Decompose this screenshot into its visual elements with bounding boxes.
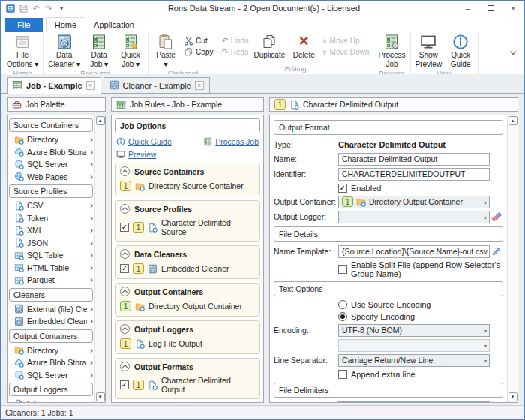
palette-item-azure-blob-storage-output[interactable]: Azure Blob Storage <box>9 356 94 369</box>
process-job-link[interactable]: Process Job <box>203 137 259 146</box>
app-logo-icon <box>5 3 16 14</box>
collapse-icon[interactable] <box>120 286 130 296</box>
redo-icon[interactable] <box>44 3 54 14</box>
move-up-button[interactable]: Move Up <box>320 35 370 46</box>
show-preview-button[interactable]: Show Preview <box>413 33 445 68</box>
name-template-input[interactable]: {Source.Location}\{Source.Name}-out.csv <box>338 245 490 258</box>
paste-button[interactable]: Paste ▾ <box>151 33 181 68</box>
name-input[interactable]: Character Delimited Output <box>338 153 490 166</box>
palette-item-file-logger[interactable]: File <box>9 398 94 402</box>
identifier-input[interactable]: CHARACTERDELIMITEDOUTPUT <box>338 168 490 181</box>
split-file-checkbox[interactable] <box>338 265 347 274</box>
save-icon[interactable] <box>18 3 28 14</box>
palette-item-json[interactable]: JSON <box>9 237 94 250</box>
card-row-directory-output-container[interactable]: 1 Directory Output Container <box>120 301 255 311</box>
data-cleaner-button[interactable]: Data Cleaner ▾ <box>46 33 82 68</box>
palette-item-parquet[interactable]: Parquet <box>9 274 94 286</box>
palette-section-source-profiles[interactable]: Source Profiles <box>9 184 93 198</box>
palette-item-directory-output[interactable]: Directory <box>9 344 94 357</box>
encoding-secondary-select[interactable] <box>338 339 490 352</box>
close-button[interactable]: × <box>502 1 524 16</box>
move-down-button[interactable]: Move Down <box>320 46 370 57</box>
section-text-options[interactable]: Text Options <box>274 281 503 296</box>
palette-section-cleaners[interactable]: Cleaners <box>9 288 93 302</box>
line-separator-select[interactable]: Carriage Return/New Line <box>338 354 490 367</box>
section-file-details[interactable]: File Details <box>274 226 503 242</box>
quick-guide-button[interactable]: Quick Guide <box>446 33 476 68</box>
collapse-icon[interactable] <box>120 324 130 334</box>
maximize-button[interactable] <box>479 1 502 16</box>
collapse-icon[interactable] <box>120 166 130 176</box>
quick-job-button[interactable]: Quick Job ▾ <box>116 33 146 68</box>
palette-section-output-loggers[interactable]: Output Loggers <box>9 382 93 396</box>
scroll-down-icon[interactable] <box>96 392 105 401</box>
use-source-encoding-radio[interactable] <box>338 300 347 309</box>
palette-item-html-table[interactable]: HTML Table <box>9 262 94 274</box>
redo-button[interactable]: Redo <box>220 46 250 57</box>
checkbox[interactable] <box>120 264 129 273</box>
palette-item-external-file-clean[interactable]: External (file) Clean <box>9 303 94 316</box>
properties-scrollbar[interactable] <box>507 116 518 402</box>
doc-tab-cleaner-example[interactable]: Cleaner - Example <box>104 77 210 93</box>
palette-item-sql-table[interactable]: SQL Table <box>9 249 94 262</box>
scroll-up-icon[interactable] <box>508 116 518 125</box>
enabled-checkbox[interactable] <box>338 184 347 193</box>
scroll-down-icon[interactable] <box>508 392 518 401</box>
copy-button[interactable]: Copy <box>182 46 214 57</box>
card-row-character-delimited-output[interactable]: 1 Character Delimited Output <box>120 376 255 394</box>
field-open-select[interactable]: " <box>338 401 490 403</box>
tab-file[interactable]: File <box>5 18 43 32</box>
append-extra-line-checkbox[interactable] <box>338 370 347 379</box>
encoding-select[interactable]: UTF-8 (No BOM) <box>338 324 490 337</box>
process-job-button[interactable]: Process Job <box>376 33 407 68</box>
checkbox[interactable] <box>120 380 129 389</box>
output-logger-select[interactable] <box>338 211 490 224</box>
card-row-embedded-cleaner[interactable]: 1 Embedded Cleaner <box>120 263 255 274</box>
close-tab-icon[interactable] <box>86 81 95 90</box>
ribbon-collapse-button[interactable] <box>508 47 518 58</box>
palette-item-embedded-cleaner[interactable]: Embedded Cleaner <box>9 315 94 328</box>
scroll-up-icon[interactable] <box>96 116 105 125</box>
tab-application[interactable]: Application <box>86 18 142 32</box>
pencil-icon[interactable] <box>491 246 502 256</box>
palette-item-csv[interactable]: CSV <box>9 200 94 212</box>
palette-item-web-pages[interactable]: Web Pages <box>9 171 94 184</box>
palette-item-directory[interactable]: Directory <box>9 134 94 146</box>
data-job-button[interactable]: Data Job ▾ <box>84 33 114 68</box>
tab-home[interactable]: Home <box>46 17 86 32</box>
undo-icon[interactable] <box>31 3 41 14</box>
palette-item-token[interactable]: Token <box>9 212 94 225</box>
section-output-format[interactable]: Output Format <box>274 120 503 135</box>
quick-guide-link[interactable]: Quick Guide <box>116 137 172 146</box>
collapse-icon[interactable] <box>120 362 130 371</box>
file-options-button[interactable]: File Options ▾ <box>4 33 40 68</box>
cut-button[interactable]: Cut <box>182 35 214 46</box>
collapse-icon[interactable] <box>120 204 130 214</box>
qat-dropdown-icon[interactable] <box>56 3 67 14</box>
card-row-directory-source-container[interactable]: 1 Directory Source Container <box>120 181 255 191</box>
collapse-icon[interactable] <box>120 249 130 259</box>
palette-item-xml[interactable]: XML <box>9 224 94 237</box>
palette-item-sql-server[interactable]: SQL Server <box>9 158 94 171</box>
palette-section-output-containers[interactable]: Output Containers <box>9 329 93 343</box>
output-container-select[interactable]: 1 Directory Output Container <box>338 196 490 208</box>
specify-encoding-radio[interactable] <box>338 312 347 321</box>
document-icon <box>135 339 145 349</box>
close-tab-icon[interactable] <box>195 81 204 90</box>
palette-scrollbar[interactable] <box>94 116 105 402</box>
duplicate-button[interactable]: Duplicate <box>252 33 288 60</box>
section-file-delimiters[interactable]: File Delimiters <box>274 382 503 398</box>
eraser-icon[interactable] <box>491 212 502 222</box>
doc-tab-job-example[interactable]: Job - Example <box>7 77 101 94</box>
preview-link[interactable]: Preview <box>116 150 156 159</box>
delete-button[interactable]: Delete <box>289 33 319 60</box>
undo-button[interactable]: Undo <box>220 35 250 46</box>
card-row-log-file-output[interactable]: 1 Log File Output <box>120 338 255 349</box>
palette-item-sql-server-output[interactable]: SQL Server <box>9 369 94 382</box>
card-row-character-delimited-source[interactable]: 1 Character Delimited Source <box>120 218 255 236</box>
palette-section-source-containers[interactable]: Source Containers <box>9 118 93 132</box>
minimize-button[interactable]: – <box>457 1 479 16</box>
palette-item-azure-blob-storage[interactable]: Azure Blob Storage <box>9 146 94 159</box>
job-options-header[interactable]: Job Options <box>115 118 260 134</box>
checkbox[interactable] <box>120 223 129 232</box>
